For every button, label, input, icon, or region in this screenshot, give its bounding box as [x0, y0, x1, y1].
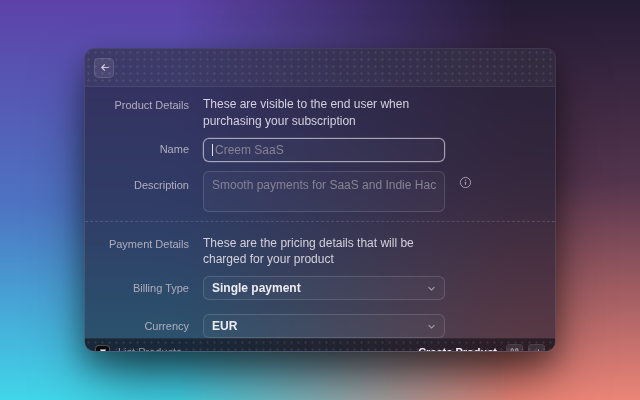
return-key-icon: ↵ [528, 344, 545, 352]
create-product-label: Create Product [418, 346, 497, 352]
product-details-description: These are visible to the end user when p… [203, 96, 445, 130]
creem-logo-icon [95, 345, 110, 352]
chevron-down-icon [427, 284, 436, 293]
arrow-left-icon [99, 62, 110, 73]
billing-type-row: Billing Type Single payment [85, 276, 555, 300]
back-button[interactable] [94, 58, 114, 78]
description-field-row: Description Smooth payments for SaaS and… [85, 171, 555, 212]
payment-details-description: These are the pricing details that will … [203, 235, 445, 269]
create-product-dialog: Product Details These are visible to the… [84, 48, 556, 352]
description-placeholder: Smooth payments for SaaS and Indie Hacke… [212, 178, 436, 192]
currency-value: EUR [212, 319, 237, 333]
dialog-body: Product Details These are visible to the… [85, 87, 555, 338]
currency-row: Currency EUR [85, 314, 555, 338]
info-circle-icon[interactable] [459, 171, 477, 189]
billing-type-label: Billing Type [85, 281, 189, 295]
list-products-label: List Products [118, 346, 182, 352]
payment-details-section: Payment Details These are the pricing de… [85, 221, 555, 339]
currency-label: Currency [85, 319, 189, 333]
billing-type-select[interactable]: Single payment [203, 276, 445, 300]
product-details-section-header: Product Details These are visible to the… [85, 96, 555, 130]
list-products-breadcrumb[interactable]: List Products [95, 345, 182, 352]
product-details-label: Product Details [85, 96, 189, 112]
create-product-button[interactable]: Create Product ⌘ ↵ [418, 344, 545, 352]
dialog-footer: List Products Create Product ⌘ ↵ [85, 338, 555, 352]
command-key-icon: ⌘ [506, 344, 523, 352]
text-caret [212, 144, 213, 156]
name-input[interactable]: Creem SaaS [203, 138, 445, 162]
currency-select[interactable]: EUR [203, 314, 445, 338]
name-field-row: Name Creem SaaS [85, 138, 555, 162]
billing-type-value: Single payment [212, 281, 301, 295]
payment-details-section-header: Payment Details These are the pricing de… [85, 235, 555, 269]
name-label: Name [85, 142, 189, 156]
chevron-down-icon [427, 322, 436, 331]
payment-details-label: Payment Details [85, 235, 189, 251]
description-label: Description [85, 171, 189, 192]
description-textarea[interactable]: Smooth payments for SaaS and Indie Hacke… [203, 171, 445, 212]
name-input-placeholder: Creem SaaS [215, 143, 284, 157]
dialog-header [85, 49, 555, 87]
